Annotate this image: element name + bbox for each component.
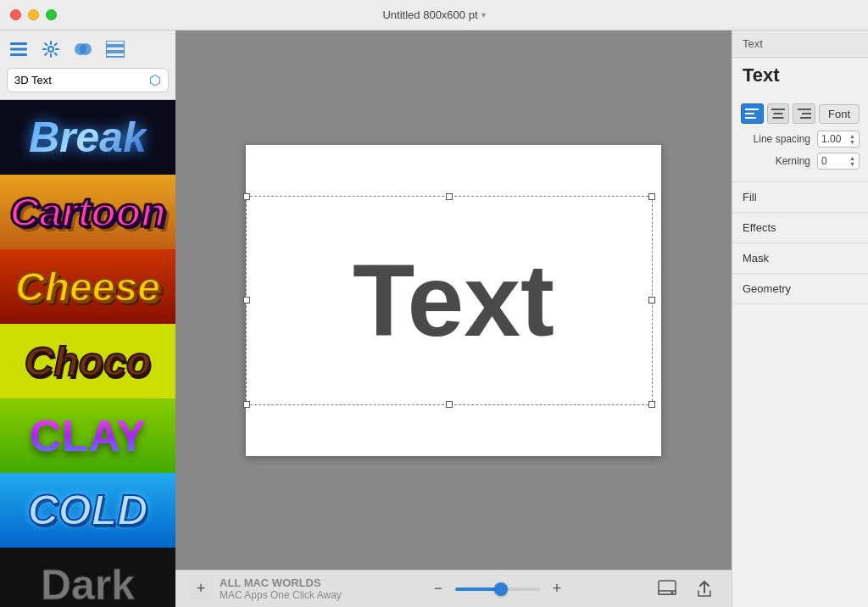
zoom-slider-thumb[interactable] [494,582,508,596]
share-icon[interactable] [691,576,718,603]
line-spacing-stepper[interactable]: ▲ ▼ [849,133,855,145]
svg-point-11 [671,591,674,593]
zoom-controls: − + [428,579,567,599]
svg-rect-1 [10,48,27,51]
kerning-down[interactable]: ▼ [849,161,855,167]
canvas-text[interactable]: Text [353,242,554,359]
svg-rect-2 [10,53,27,56]
handle-top-left[interactable] [243,193,250,200]
kerning-row: Kerning 0 ▲ ▼ [741,153,860,170]
svg-rect-17 [772,117,783,119]
svg-rect-13 [745,113,754,114]
handle-mid-left[interactable] [243,297,250,304]
kerning-input[interactable]: 0 ▲ ▼ [817,153,860,170]
svg-rect-0 [10,42,27,45]
title-text: Untitled 800x600 pt [382,8,477,21]
maximize-button[interactable] [46,9,57,20]
text-controls-section: Font Line spacing 1.00 ▲ ▼ Kerning 0 ▲ [732,97,868,182]
handle-bottom-right[interactable] [648,401,655,408]
align-right-button[interactable] [793,103,815,124]
sidebar-toolbar: 3D Text ⬡ [0,31,175,100]
handle-top-mid[interactable] [446,193,453,200]
kerning-stepper[interactable]: ▲ ▼ [849,155,855,167]
menu-icon[interactable] [7,37,31,61]
title-chevron-icon: ▾ [481,10,486,19]
style-dropdown[interactable]: 3D Text ⬡ [7,68,169,92]
style-label-break: Break [29,113,147,162]
effects-section: Effects [732,213,868,243]
mask-section: Mask [732,243,868,274]
svg-rect-16 [773,113,782,114]
handle-bottom-left[interactable] [243,401,250,408]
style-item-cold[interactable]: COLD [0,473,175,548]
style-label-cold: COLD [28,486,148,535]
style-item-dark[interactable]: Dark [0,548,175,607]
geometry-section-header[interactable]: Geometry [732,274,868,304]
watermark-brand: ALL MAC WORLDS [220,576,342,590]
kerning-up[interactable]: ▲ [849,155,855,161]
window-title[interactable]: Untitled 800x600 pt ▾ [382,8,485,21]
svg-point-3 [48,47,53,52]
mask-icon[interactable] [71,37,95,61]
style-item-cheese[interactable]: Cheese [0,249,175,324]
style-label-cheese: Cheese [15,264,160,310]
effects-section-header[interactable]: Effects [732,213,868,242]
window-controls [10,9,57,20]
style-item-break[interactable]: Break [0,100,175,175]
titlebar: Untitled 800x600 pt ▾ [0,0,868,31]
font-button[interactable]: Font [819,104,860,124]
text-align-row: Font [741,103,860,124]
add-button[interactable]: + [189,576,213,600]
minimize-button[interactable] [28,9,39,20]
bottom-right-group [654,576,718,603]
mask-section-label: Mask [743,252,769,265]
zoom-out-button[interactable]: − [428,579,448,599]
svg-rect-19 [802,113,811,114]
dropdown-label: 3D Text [14,74,52,86]
line-spacing-up[interactable]: ▲ [849,133,855,139]
svg-rect-7 [106,47,125,51]
dropdown-arrow-icon: ⬡ [149,72,161,88]
svg-rect-20 [800,117,811,119]
style-item-clay[interactable]: CLAY [0,398,175,473]
align-left-button[interactable] [741,103,764,124]
export-icon[interactable] [654,576,681,603]
style-label-dark: Dark [41,560,135,607]
kerning-value: 0 [821,155,827,167]
style-list: Break Cartoon Cheese Choco CLAY COLD Dar… [0,100,175,607]
canvas-area: Text + ALL MAC WORLDS MAC Apps One Click… [175,31,732,607]
line-spacing-value: 1.00 [821,133,841,145]
zoom-in-button[interactable]: + [547,579,567,599]
layers-icon[interactable] [103,37,127,61]
handle-mid-right[interactable] [648,297,655,304]
handle-top-right[interactable] [648,193,655,200]
right-panel-heading: Text [732,58,868,97]
geometry-section: Geometry [732,274,868,304]
line-spacing-row: Line spacing 1.00 ▲ ▼ [741,131,860,148]
mask-section-header[interactable]: Mask [732,243,868,273]
fill-section-header[interactable]: Fill [732,182,868,212]
sidebar: 3D Text ⬡ Break Cartoon Cheese Choco CLA… [0,31,175,607]
close-button[interactable] [10,9,21,20]
svg-rect-18 [798,109,811,110]
watermark: ALL MAC WORLDS MAC Apps One Click Away [220,576,342,602]
align-center-button[interactable] [767,103,790,124]
svg-point-5 [80,43,92,55]
zoom-slider[interactable] [455,588,540,591]
bottom-left-group: + ALL MAC WORLDS MAC Apps One Click Away [189,576,342,602]
effects-section-label: Effects [743,221,776,234]
settings-icon[interactable] [39,37,63,61]
style-item-cartoon[interactable]: Cartoon [0,175,175,249]
svg-rect-15 [771,109,785,110]
canvas[interactable]: Text [246,145,661,456]
style-item-choco[interactable]: Choco [0,324,175,398]
style-label-clay: CLAY [30,410,146,461]
line-spacing-down[interactable]: ▼ [849,139,855,145]
svg-rect-6 [106,41,125,45]
canvas-container: Text [175,31,732,570]
kerning-label: Kerning [741,155,810,167]
fill-section: Fill [732,182,868,213]
geometry-section-label: Geometry [743,282,791,295]
handle-bottom-mid[interactable] [446,401,453,408]
line-spacing-input[interactable]: 1.00 ▲ ▼ [817,131,860,148]
